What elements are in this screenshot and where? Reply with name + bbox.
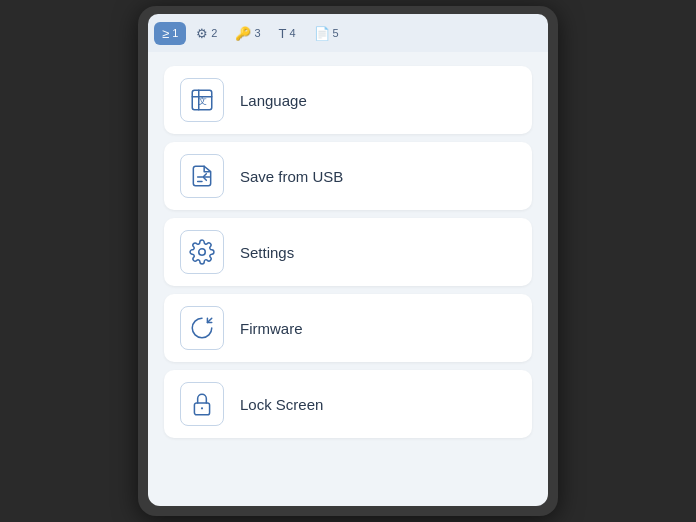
tab-3-icon: 🔑 [235,26,251,41]
device-frame: ≥ 1 ⚙ 2 🔑 3 T 4 📄 5 文 [138,6,558,516]
save-usb-label: Save from USB [240,168,343,185]
tab-5-icon: 📄 [314,26,330,41]
lock-screen-label: Lock Screen [240,396,323,413]
tab-1-label: 1 [172,27,178,39]
language-icon-box: 文 [180,78,224,122]
firmware-label: Firmware [240,320,303,337]
svg-text:文: 文 [198,96,207,106]
firmware-icon-box [180,306,224,350]
settings-label: Settings [240,244,294,261]
menu-item-save-usb[interactable]: Save from USB [164,142,532,210]
tab-2[interactable]: ⚙ 2 [188,22,225,45]
tab-2-label: 2 [211,27,217,39]
tab-4[interactable]: T 4 [271,22,304,45]
save-usb-icon [189,163,215,189]
main-screen: 文 Language Save from USB [148,52,548,506]
settings-icon-box [180,230,224,274]
tab-4-label: 4 [289,27,295,39]
menu-item-lock-screen[interactable]: Lock Screen [164,370,532,438]
language-label: Language [240,92,307,109]
tab-1-icon: ≥ [162,26,169,41]
tab-2-icon: ⚙ [196,26,208,41]
menu-item-settings[interactable]: Settings [164,218,532,286]
tab-1[interactable]: ≥ 1 [154,22,186,45]
lock-screen-icon [189,391,215,417]
menu-item-language[interactable]: 文 Language [164,66,532,134]
firmware-icon [189,315,215,341]
tab-bar: ≥ 1 ⚙ 2 🔑 3 T 4 📄 5 [148,14,548,52]
tab-3-label: 3 [254,27,260,39]
tab-4-icon: T [279,26,287,41]
tab-5[interactable]: 📄 5 [306,22,347,45]
settings-icon [189,239,215,265]
menu-item-firmware[interactable]: Firmware [164,294,532,362]
tab-3[interactable]: 🔑 3 [227,22,268,45]
save-usb-icon-box [180,154,224,198]
language-icon: 文 [189,87,215,113]
lock-screen-icon-box [180,382,224,426]
svg-point-2 [199,249,206,256]
tab-5-label: 5 [333,27,339,39]
svg-point-4 [201,407,203,409]
